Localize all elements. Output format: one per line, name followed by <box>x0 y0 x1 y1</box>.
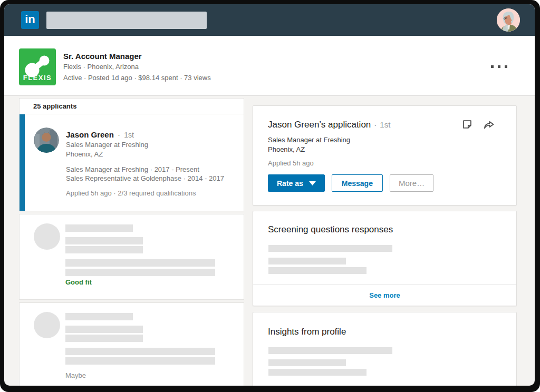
skeleton-bar <box>65 269 215 276</box>
rate-as-label: Rate as <box>277 179 303 188</box>
applicant-location: Phoenix, AZ <box>268 145 502 154</box>
skeleton-bar <box>65 259 215 267</box>
app-window: in <box>4 4 535 386</box>
applicant-card-selected[interactable]: Jason Green · 1st Sales Manager at Fresh… <box>19 114 244 211</box>
skeleton-bar <box>268 359 346 366</box>
connection-degree: 1st <box>380 120 390 129</box>
share-button[interactable] <box>483 119 495 131</box>
skeleton-bar <box>65 237 143 244</box>
skeleton-bar <box>65 335 143 342</box>
applicant-headline: Sales Manager at Freshing <box>66 140 235 150</box>
insights-card: Insights from profile <box>253 312 517 386</box>
job-company-location: Flexis · Phoenix, Arizona <box>63 62 211 72</box>
job-header-text: Sr. Account Manager Flexis · Phoenix, Ar… <box>63 51 211 83</box>
ellipsis-icon <box>498 65 500 68</box>
applicants-count-header: 25 applicants <box>19 98 244 114</box>
experience-line: Sales Representative at Goldenphase · 20… <box>66 174 235 183</box>
note-icon <box>461 119 473 130</box>
skeleton-bar <box>65 326 143 333</box>
application-title: Jason Green’s application <box>268 119 371 131</box>
message-button[interactable]: Message <box>332 174 383 192</box>
company-logo-text: FLEXIS <box>19 74 56 82</box>
skeleton-bar <box>65 348 215 355</box>
skeleton-bar <box>65 313 133 320</box>
more-label: More… <box>399 179 425 188</box>
application-card: Jason Green’s application · 1st <box>253 105 517 205</box>
user-avatar[interactable] <box>497 8 520 32</box>
applicant-experience: Sales Manager at Freshing · 2017 - Prese… <box>66 165 235 183</box>
screening-questions-card: Screening questions responses See more <box>253 211 517 306</box>
rating-label-good-fit: Good fit <box>65 278 92 286</box>
application-title-row: Jason Green’s application · 1st <box>268 119 502 131</box>
chevron-down-icon <box>309 181 316 185</box>
skeleton-bar <box>268 347 392 354</box>
applicant-location: Phoenix, AZ <box>66 150 235 159</box>
skeleton-bar <box>268 267 367 274</box>
applicants-panel: 25 applicants <box>19 98 244 386</box>
applicant-card-placeholder[interactable]: Maybe <box>19 302 244 386</box>
skeleton-avatar <box>34 312 60 338</box>
skeleton-bar <box>268 245 392 252</box>
applicant-name-row: Jason Green · 1st <box>66 130 235 140</box>
experience-line: Sales Manager at Freshing · 2017 - Prese… <box>66 165 235 174</box>
screening-card-footer: See more <box>253 284 516 306</box>
user-avatar-image <box>497 8 520 32</box>
message-label: Message <box>342 179 373 188</box>
share-forward-icon <box>483 119 495 131</box>
note-button[interactable] <box>461 119 474 131</box>
rating-label-maybe: Maybe <box>65 371 86 379</box>
skeleton-bar <box>65 224 133 232</box>
ellipsis-icon <box>491 65 494 68</box>
skeleton-bar <box>268 369 367 376</box>
job-meta: Active · Posted 1d ago · $98.14 spent · … <box>63 72 211 83</box>
job-title: Sr. Account Manager <box>63 51 211 62</box>
skeleton-avatar <box>34 223 60 250</box>
search-input[interactable] <box>46 12 207 29</box>
see-more-link[interactable]: See more <box>369 291 400 299</box>
skeleton-bar <box>65 357 215 365</box>
application-buttons: Rate as Message More… <box>268 174 502 192</box>
job-header: FLEXIS Sr. Account Manager Flexis · Phoe… <box>4 36 535 96</box>
applicant-avatar-image <box>34 128 59 153</box>
ellipsis-icon <box>505 65 507 68</box>
applicant-card-placeholder[interactable]: Good fit <box>19 214 244 300</box>
linkedin-logo[interactable]: in <box>21 11 39 29</box>
linkedin-logo-text: in <box>25 14 35 25</box>
separator-dot: · <box>374 120 377 129</box>
rate-as-button[interactable]: Rate as <box>268 174 325 192</box>
skeleton-bar <box>65 246 143 253</box>
applicant-name: Jason Green <box>66 130 114 139</box>
screenshot-frame: in <box>0 0 540 392</box>
application-panel: Jason Green’s application · 1st <box>253 105 517 386</box>
company-logo: FLEXIS <box>19 48 56 85</box>
insights-title: Insights from profile <box>268 326 502 338</box>
application-actions <box>461 119 495 131</box>
applied-qualifications: Applied 5h ago · 2/3 required qualificat… <box>66 189 235 197</box>
skeleton-bar <box>268 258 346 264</box>
separator-dot: · <box>118 130 120 139</box>
top-navbar: in <box>4 4 535 36</box>
screening-title: Screening questions responses <box>268 223 502 236</box>
overflow-menu-button[interactable] <box>489 63 509 70</box>
applied-time: Applied 5h ago <box>268 159 502 167</box>
applicant-headline: Sales Manager at Freshing <box>268 135 502 145</box>
more-button[interactable]: More… <box>390 174 433 192</box>
applicant-avatar <box>34 128 59 153</box>
connection-degree: 1st <box>124 131 134 139</box>
